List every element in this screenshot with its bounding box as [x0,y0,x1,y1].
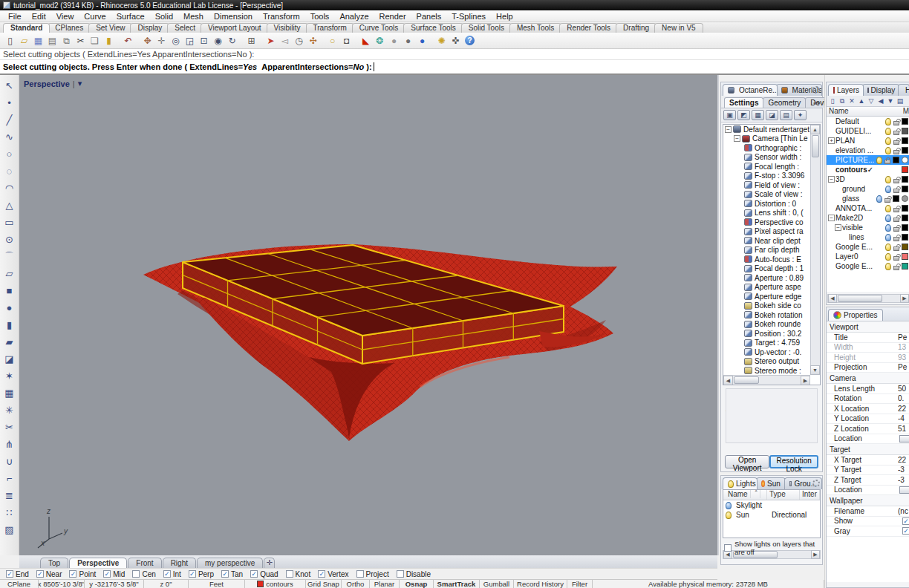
toolbar-tab-set-view[interactable]: Set View [88,23,132,33]
resolution-lock-button[interactable]: Resolution Lock [769,455,818,468]
layer-row-plan[interactable]: +PLAN [827,136,909,146]
layer-row-visible[interactable]: −visible [827,223,909,232]
menu-edit[interactable]: Edit [27,11,51,22]
tree-horizontal-scrollbar[interactable]: ◀ ▶ [723,375,810,385]
polygon-icon[interactable]: △ [1,197,18,214]
property-row-y-location[interactable]: Y Location-4 [827,414,909,425]
property-row-lens-length[interactable]: Lens Length50 [827,384,909,394]
osnap-tan-checkbox[interactable]: ✓ [221,570,229,578]
osnap-perp-checkbox[interactable]: ✓ [189,570,196,578]
tree-param-row[interactable]: Target : 4.759 [723,339,810,348]
property-value[interactable]: -3 [898,476,909,484]
tree-param-row[interactable]: Bokeh rotation [723,310,810,320]
expander-icon[interactable]: − [734,135,740,142]
layer-row-googlee[interactable]: Google E... [827,242,909,252]
render-icon[interactable]: ◣ [359,34,373,48]
named-views-icon[interactable]: ➤ [264,34,278,48]
tree-param-row[interactable]: Aperture aspe [723,283,810,293]
property-value[interactable]: Pe [898,363,909,371]
delete-layer-icon[interactable]: ✕ [847,97,856,105]
layer-lock-icon[interactable] [893,218,899,222]
layer-color-swatch[interactable] [902,205,908,212]
trim-icon[interactable]: ✂ [1,419,18,436]
layer-expander-icon[interactable]: − [828,215,835,221]
new-layer-icon[interactable]: ▯ [828,97,837,105]
tree-param-row[interactable]: Up-vector : -0. [723,347,810,357]
tree-param-row[interactable]: Auto-focus : E [723,255,810,264]
property-row-x-target[interactable]: X Target22 [827,455,909,466]
tree-param-row[interactable]: Field of view : [723,180,810,190]
layer-visibility-bulb-icon[interactable] [885,128,891,135]
property-row-projection[interactable]: ProjectionPe [827,363,909,373]
layer-row-annota[interactable]: ANNOTA... [827,203,909,213]
subtab-scroll-arrows[interactable]: ◂ ▸ [813,99,821,106]
layer-material-icon[interactable] [902,195,908,202]
undo-icon[interactable]: ↶ [121,34,135,48]
tree-param-row[interactable]: F-stop : 3.3096 [723,172,810,181]
status-pane-y-32176-3-5-8-[interactable]: y -32176'-3 5/8" [85,580,144,588]
tree-param-row[interactable]: Aperture : 0.89 [723,273,810,283]
layer-color-swatch[interactable] [902,263,908,270]
scroll-right-icon[interactable]: ▶ [900,294,909,303]
preview-sphere-blue-icon[interactable]: ● [415,34,429,48]
layer-visibility-bulb-icon[interactable] [885,137,891,145]
layer-row-contours[interactable]: contours✓ [827,165,909,174]
object-snap-icon[interactable]: ✣ [306,34,320,48]
layer-row-3d[interactable]: −3D [827,174,909,184]
layer-color-swatch[interactable] [902,176,908,183]
lights-table-header[interactable]: Name ˆ Type Inter [723,490,820,500]
zoom-extents-icon[interactable]: ⊡ [197,34,211,48]
pan-hand-icon[interactable]: ✥ [140,34,154,48]
tree-param-row[interactable]: Focal depth : 1 [723,264,810,274]
scroll-left-icon[interactable]: ◀ [828,294,837,303]
toolbar-tab-standard[interactable]: Standard [3,23,50,33]
status-pane-osnap[interactable]: Osnap [400,580,434,588]
fillet-icon[interactable]: ⌐ [1,470,18,487]
zoom-selected-icon[interactable]: ◉ [211,34,225,48]
layer-lock-icon[interactable] [884,160,890,164]
panel-gear-icon[interactable] [812,86,820,94]
property-value[interactable]: (nc [898,507,909,515]
property-row-gray[interactable]: Gray✓ [827,526,909,537]
viewport-tab-perspective[interactable]: Perspective [69,558,127,568]
expander-icon[interactable]: − [725,126,732,133]
menu-tsplines[interactable]: T-Splines [446,11,491,22]
rotate-view-icon[interactable]: ↻ [225,34,239,48]
layer-visibility-bulb-icon[interactable] [885,224,891,232]
layer-row-layer0[interactable]: Layer0 [827,252,909,261]
tree-param-row[interactable]: Pixel aspect ra [723,227,810,237]
layer-color-swatch[interactable] [902,147,908,154]
viewport-canvas[interactable]: z y x [19,75,717,555]
lights-icon[interactable]: ○ [325,34,339,48]
layer-color-swatch[interactable] [902,224,908,231]
solid-cylinder-icon[interactable]: ▮ [1,316,18,333]
osnap-int-checkbox[interactable]: ✓ [163,570,171,578]
paste-icon[interactable]: ▮ [102,34,116,48]
osnap-near-checkbox[interactable]: ✓ [36,570,44,578]
tab-help-partial[interactable]: H [898,84,909,96]
menu-tools[interactable]: Tools [305,11,335,22]
layer-color-swatch[interactable] [902,186,908,192]
toolbar-tab-render-tools[interactable]: Render Tools [559,23,618,33]
status-pane-available-physical-memor[interactable]: Available physical memory: 23728 MB [593,580,824,588]
scroll-thumb-h[interactable] [838,295,882,302]
tree-param-row[interactable]: Near clip dept [723,236,810,246]
viewport-title-text[interactable]: Perspective [24,79,70,88]
property-picker-button[interactable] [899,435,909,442]
cut-icon[interactable]: ✂ [74,34,88,48]
viewport-tab-my-perspective[interactable]: my perspective [197,558,263,568]
property-row-rotation[interactable]: Rotation0. [827,394,909,405]
layer-visibility-bulb-icon[interactable] [876,157,882,164]
layer-visibility-bulb-icon[interactable] [885,253,891,261]
light-row[interactable]: Skylight [723,500,820,510]
layer-row-make2d[interactable]: −Make2D [827,213,909,223]
status-pane-smarttrack[interactable]: SmartTrack [434,580,480,588]
layer-visibility-bulb-icon[interactable] [885,244,891,251]
property-row-x-location[interactable]: X Location22 [827,404,909,414]
layer-lock-icon[interactable] [893,227,899,232]
layer-expander-icon[interactable]: + [828,137,835,144]
property-row-width[interactable]: Width13 [827,343,909,353]
save-file-icon[interactable]: ▦ [31,34,45,48]
tab-layers[interactable]: Layers [828,84,864,96]
layer-color-swatch[interactable] [902,128,908,134]
